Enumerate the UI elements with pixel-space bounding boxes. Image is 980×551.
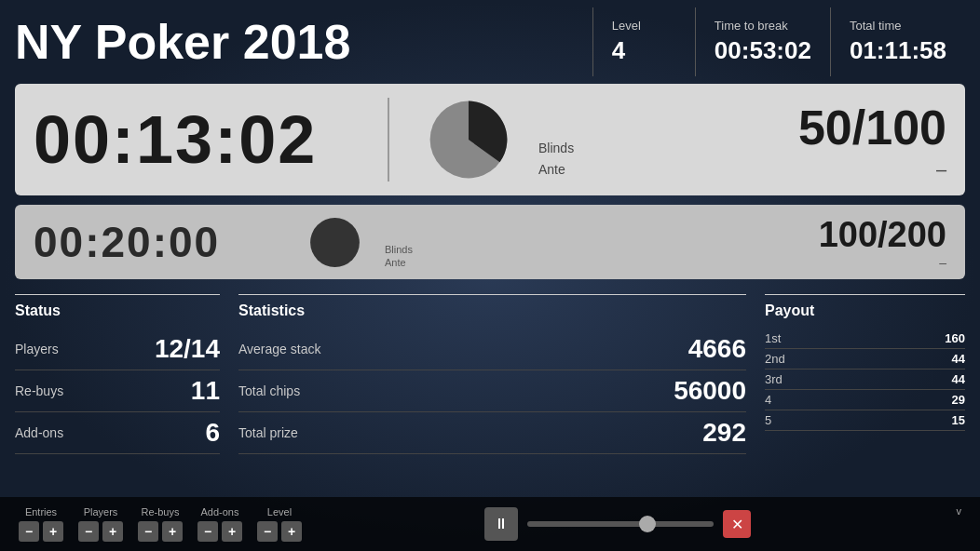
current-level-card: 00:13:02 Blinds 50/100 Ante –	[15, 84, 965, 195]
current-pie-chart	[427, 98, 510, 181]
entries-control: Entries − +	[19, 506, 63, 542]
players-increment-button[interactable]: +	[102, 521, 123, 542]
rebuys-control: Re-buys − +	[138, 506, 183, 542]
level-stat: Level 4	[592, 7, 695, 76]
blinds-value: 50/100	[798, 100, 946, 155]
total-prize-label: Total prize	[238, 425, 298, 440]
payout-row: 3rd 44	[765, 370, 965, 390]
rebuys-value: 11	[191, 376, 220, 406]
ante-row: Ante –	[538, 159, 946, 181]
payout-row: 1st 160	[765, 329, 965, 349]
v-label-container: v	[933, 505, 961, 543]
payout-place: 4	[765, 393, 771, 407]
addons-label: Add-ons	[15, 425, 63, 440]
payout-place: 1st	[765, 331, 781, 345]
payout-place: 5	[765, 413, 771, 427]
level-value: 4	[612, 36, 676, 65]
statistics-panel: Statistics Average stack 4666 Total chip…	[238, 294, 746, 454]
next-ante-row: Ante –	[385, 255, 946, 270]
level-label: Level	[612, 19, 676, 33]
entries-label: Entries	[25, 506, 57, 517]
addons-value: 6	[205, 418, 220, 448]
current-blinds-panel: Blinds 50/100 Ante –	[529, 100, 946, 181]
addons-decrement-button[interactable]: −	[197, 521, 218, 542]
time-to-break-stat: Time to break 00:53:02	[695, 7, 830, 76]
divider	[388, 98, 389, 181]
level-buttons: − +	[257, 521, 302, 542]
players-decrement-button[interactable]: −	[78, 521, 99, 542]
rebuys-increment-button[interactable]: +	[162, 521, 183, 542]
rebuys-decrement-button[interactable]: −	[138, 521, 158, 542]
players-buttons: − +	[78, 521, 123, 542]
rebuys-label: Re-buys	[15, 383, 63, 398]
total-time-stat: Total time 01:11:58	[830, 7, 965, 76]
next-ante-value: –	[939, 255, 946, 270]
rebuys-row: Re-buys 11	[15, 370, 220, 412]
level-control: Level − +	[257, 506, 302, 542]
payout-place: 2nd	[765, 352, 785, 366]
players-row: Players 12/14	[15, 329, 220, 370]
next-blinds-value: 100/200	[819, 215, 946, 255]
next-timer: 00:20:00	[34, 217, 294, 267]
rebuys-buttons: − +	[138, 521, 183, 542]
payout-place: 3rd	[765, 372, 783, 386]
payout-row: 2nd 44	[765, 349, 965, 370]
bottom-section: Status Players 12/14 Re-buys 11 Add-ons …	[0, 279, 980, 454]
payout-row: 4 29	[765, 390, 965, 410]
level-decrement-button[interactable]: −	[257, 521, 278, 542]
addons-row: Add-ons 6	[15, 412, 220, 454]
total-chips-row: Total chips 56000	[238, 370, 746, 412]
blinds-label: Blinds	[538, 141, 574, 155]
total-time-label: Total time	[850, 19, 946, 33]
app-title: NY Poker 2018	[15, 7, 592, 76]
total-time-value: 01:11:58	[850, 36, 946, 65]
total-prize-row: Total prize 292	[238, 412, 746, 454]
avg-stack-label: Average stack	[238, 342, 320, 356]
bottom-controls: Entries − + Players − + Re-buys − + Add-…	[0, 497, 980, 551]
payout-amount: 160	[945, 331, 965, 345]
next-level-card: 00:20:00 Blinds 100/200 Ante –	[15, 205, 965, 279]
payout-title: Payout	[765, 302, 965, 319]
payout-rows: 1st 160 2nd 44 3rd 44 4 29 5 15	[765, 329, 965, 431]
svg-point-1	[310, 218, 360, 267]
addons-buttons: − +	[197, 521, 242, 542]
payout-amount: 44	[952, 352, 965, 366]
players-control: Players − +	[78, 506, 123, 542]
v-label: v	[957, 505, 962, 517]
players-ctrl-label: Players	[84, 506, 118, 517]
time-to-break-value: 00:53:02	[715, 36, 811, 65]
playback-controls: ⏸ ✕	[317, 507, 919, 541]
level-ctrl-label: Level	[267, 506, 292, 517]
status-panel: Status Players 12/14 Re-buys 11 Add-ons …	[15, 294, 220, 454]
current-timer: 00:13:02	[34, 101, 369, 178]
entries-decrement-button[interactable]: −	[19, 521, 39, 542]
addons-increment-button[interactable]: +	[222, 521, 242, 542]
payout-panel: Payout 1st 160 2nd 44 3rd 44 4 29 5 15	[765, 294, 965, 454]
statistics-title: Statistics	[238, 302, 746, 319]
next-blinds-label: Blinds	[385, 244, 413, 255]
rebuys-ctrl-label: Re-buys	[142, 506, 180, 517]
avg-stack-value: 4666	[688, 334, 746, 364]
players-label: Players	[15, 342, 59, 356]
header-stats: Level 4 Time to break 00:53:02 Total tim…	[592, 7, 965, 76]
next-ante-label: Ante	[385, 257, 406, 268]
addons-control: Add-ons − +	[197, 506, 242, 542]
addons-ctrl-label: Add-ons	[201, 506, 239, 517]
payout-row: 5 15	[765, 410, 965, 431]
next-blinds-panel: Blinds 100/200 Ante –	[375, 215, 946, 270]
level-increment-button[interactable]: +	[281, 521, 302, 542]
status-title: Status	[15, 302, 220, 319]
pause-button[interactable]: ⏸	[484, 507, 518, 541]
slider-thumb[interactable]	[639, 516, 656, 532]
main-panel: 00:13:02 Blinds 50/100 Ante – 00:20:00	[0, 84, 980, 279]
payout-amount: 29	[952, 393, 965, 407]
time-to-break-label: Time to break	[715, 19, 811, 33]
progress-slider[interactable]	[527, 521, 714, 527]
ante-label: Ante	[538, 162, 565, 177]
entries-buttons: − +	[19, 521, 63, 542]
ante-value: –	[936, 159, 946, 181]
close-button[interactable]: ✕	[723, 510, 751, 538]
entries-increment-button[interactable]: +	[43, 521, 63, 542]
avg-stack-row: Average stack 4666	[238, 329, 746, 370]
header: NY Poker 2018 Level 4 Time to break 00:5…	[0, 0, 980, 84]
